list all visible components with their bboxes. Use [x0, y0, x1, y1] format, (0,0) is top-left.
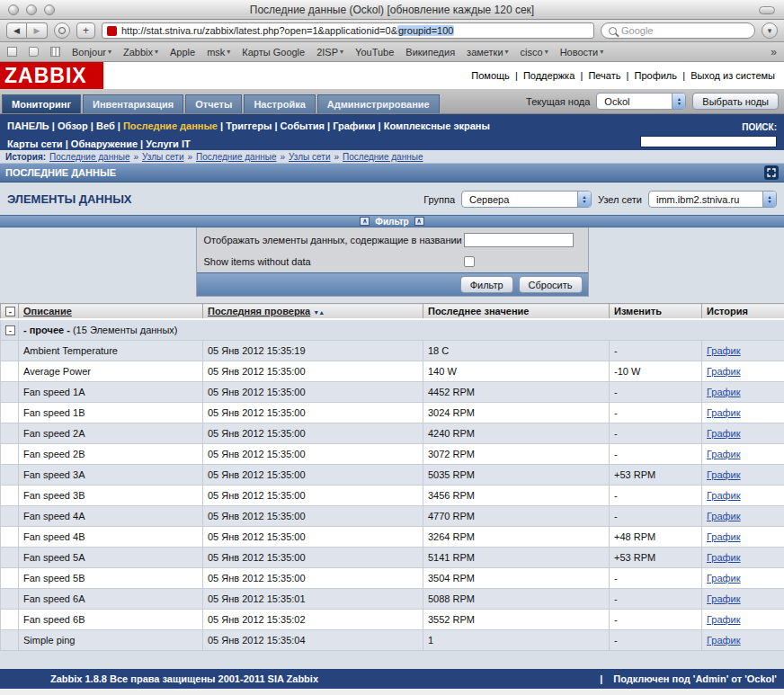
- filter-without-data-row: Show items without data: [197, 249, 588, 272]
- bookmark-item[interactable]: Apple: [170, 47, 195, 58]
- tab-configuration[interactable]: Настройка: [244, 94, 315, 113]
- window-close-button[interactable]: [8, 4, 19, 15]
- graph-link[interactable]: График: [707, 345, 741, 356]
- node-select[interactable]: Ockol ▲▼: [596, 93, 686, 110]
- nav-latest-data[interactable]: Последние данные: [123, 120, 226, 131]
- profile-link[interactable]: Профиль: [635, 70, 691, 81]
- address-bar[interactable]: http://stat.stniva.ru/zabbix/latest.php?…: [102, 22, 594, 39]
- item-description: Fan speed 5B: [19, 567, 203, 588]
- collapse-group-icon[interactable]: -: [5, 325, 15, 335]
- column-last-check[interactable]: Последняя проверка▼▲: [203, 304, 423, 320]
- bookmark-item[interactable]: Новости▾: [560, 47, 604, 58]
- fullscreen-icon[interactable]: [764, 165, 779, 180]
- graph-link[interactable]: График: [707, 573, 741, 584]
- group-select[interactable]: Сервера ▲▼: [461, 191, 592, 208]
- host-select[interactable]: imm.ibm2.stniva.ru ▲▼: [648, 191, 777, 208]
- tab-reports[interactable]: Отчеты: [185, 94, 242, 113]
- graph-link[interactable]: График: [707, 593, 741, 604]
- graph-link[interactable]: График: [707, 469, 741, 480]
- toolbar-extra-button[interactable]: ▾: [762, 22, 778, 39]
- column-description[interactable]: Описание: [19, 304, 203, 320]
- graph-link[interactable]: График: [707, 366, 741, 377]
- graph-link[interactable]: График: [707, 552, 741, 563]
- bookmark-item[interactable]: YouTube: [355, 47, 394, 58]
- support-link[interactable]: Поддержка: [523, 70, 588, 81]
- nav-screens[interactable]: Комплексные экраны: [384, 120, 490, 131]
- history-link[interactable]: Последние данные: [343, 152, 423, 162]
- filter-apply-button[interactable]: Фильтр: [460, 276, 513, 293]
- help-link[interactable]: Помощь: [471, 70, 523, 81]
- tab-inventory[interactable]: Инвентаризация: [83, 94, 183, 113]
- history-link[interactable]: Узлы сети: [289, 152, 330, 162]
- new-tab-button[interactable]: +: [76, 22, 95, 39]
- graph-link[interactable]: График: [707, 449, 741, 459]
- table-row: Fan speed 6A 05 Янв 2012 15:35:01 5088 R…: [1, 588, 784, 609]
- item-last-check: 05 Янв 2012 15:35:04: [203, 629, 423, 650]
- toolbar-toggle-icon[interactable]: [759, 6, 775, 14]
- graph-link[interactable]: График: [707, 428, 741, 439]
- table-row: Fan speed 2B 05 Янв 2012 15:35:00 3072 R…: [1, 443, 784, 464]
- back-button[interactable]: ◀: [6, 22, 27, 39]
- forward-button[interactable]: ▶: [27, 22, 48, 39]
- window-zoom-button[interactable]: [44, 4, 55, 15]
- item-last-check: 05 Янв 2012 15:35:00: [203, 547, 423, 567]
- window-minimize-button[interactable]: [26, 4, 37, 15]
- book-icon[interactable]: [29, 47, 39, 57]
- nav-discovery[interactable]: Обнаружение: [71, 138, 146, 149]
- graph-link[interactable]: График: [707, 490, 741, 501]
- nav-overview[interactable]: Обзор: [58, 120, 96, 131]
- zabbix-search-input[interactable]: [640, 136, 777, 147]
- bookmark-item[interactable]: Bonjour▾: [72, 47, 111, 58]
- header-links: ПомощьПоддержкаПечатьПрофильВыход из сис…: [471, 70, 784, 81]
- filter-name-input[interactable]: [464, 233, 574, 247]
- filter-reset-button[interactable]: Сбросить: [519, 276, 583, 293]
- nav-graphs[interactable]: Графики: [333, 120, 384, 131]
- select-stepper-icon: ▲▼: [672, 94, 685, 109]
- graph-link[interactable]: График: [707, 511, 741, 521]
- item-last-value: 4240 RPM: [423, 423, 610, 443]
- show-without-data-checkbox[interactable]: [464, 256, 475, 267]
- collapse-all-icon[interactable]: -: [5, 307, 15, 316]
- web-search-field[interactable]: [601, 22, 755, 39]
- reload-button[interactable]: [54, 22, 70, 39]
- bookmark-item[interactable]: msk▾: [207, 47, 230, 58]
- graph-link[interactable]: График: [707, 531, 741, 542]
- url-highlight: groupid=100: [397, 25, 454, 36]
- tab-administration[interactable]: Администрирование: [317, 94, 440, 113]
- graph-link[interactable]: График: [707, 407, 741, 418]
- nav-maps[interactable]: Карты сети: [7, 138, 71, 149]
- item-change: -: [610, 588, 702, 609]
- bookmark-item[interactable]: cisco▾: [521, 47, 548, 58]
- bookmark-item[interactable]: Zabbix▾: [123, 47, 158, 58]
- item-group-row: - - прочее - (15 Элементы данных): [1, 319, 784, 340]
- history-link[interactable]: Последние данные: [196, 152, 276, 162]
- nav-events[interactable]: События: [281, 120, 334, 131]
- graph-link[interactable]: График: [707, 614, 741, 625]
- bookmark-item[interactable]: заметки▾: [467, 47, 509, 58]
- bookmark-item[interactable]: 2ISP▾: [316, 47, 343, 58]
- logout-link[interactable]: Выход из системы: [690, 70, 775, 81]
- history-link[interactable]: Последние данные: [49, 152, 129, 162]
- window-bottom-edge: [0, 689, 784, 695]
- bookmarks-overflow-icon[interactable]: »: [771, 46, 777, 58]
- graph-link[interactable]: График: [707, 387, 741, 397]
- nav-it-services[interactable]: Услуги IT: [146, 138, 190, 149]
- item-last-check: 05 Янв 2012 15:35:00: [203, 443, 423, 464]
- bookmark-item[interactable]: Википедия: [405, 47, 455, 58]
- window-titlebar: Последние данные (Ockol) [обновление каж…: [0, 0, 784, 20]
- pages-icon[interactable]: [7, 47, 17, 57]
- history-link[interactable]: Узлы сети: [142, 152, 183, 162]
- tab-monitoring[interactable]: Мониторинг: [2, 94, 81, 113]
- crumb-separator-icon: »: [187, 152, 192, 162]
- group-title: - прочее - (15 Элементы данных): [19, 319, 784, 340]
- nav-web[interactable]: Веб: [96, 120, 123, 131]
- graph-link[interactable]: График: [707, 635, 741, 646]
- web-search-input[interactable]: [621, 25, 747, 36]
- grid-icon[interactable]: [50, 47, 60, 57]
- select-nodes-button[interactable]: Выбрать ноды: [692, 93, 779, 110]
- nav-dashboard[interactable]: ПАНЕЛЬ: [7, 120, 58, 131]
- nav-triggers[interactable]: Триггеры: [226, 120, 280, 131]
- print-link[interactable]: Печать: [588, 70, 634, 81]
- filter-toggle-bar[interactable]: ∧ Фильтр ∧: [0, 215, 784, 227]
- bookmark-item[interactable]: Карты Google: [242, 47, 305, 58]
